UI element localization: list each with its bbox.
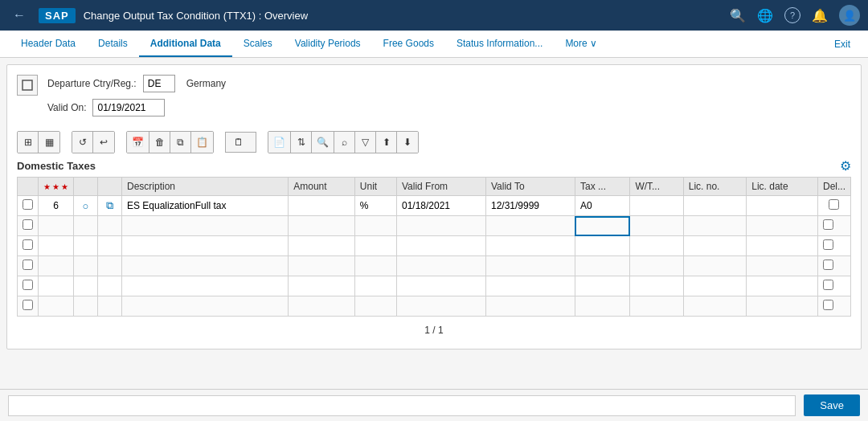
row-square-icon: ⧉ [106,199,113,211]
table-row [18,216,851,236]
table-row [18,236,851,256]
undo-redo-group: ↺ ↩ [72,131,115,153]
col-header-amount: Amount [289,178,355,196]
more-tools-group: 📄 ⇅ 🔍 ⌕ ▽ ⬆ ⬇ [268,131,419,153]
empty-row-del[interactable] [823,280,833,290]
col-header-del: Del... [817,178,850,196]
empty-row-check[interactable] [23,260,33,270]
tab-validity-periods[interactable]: Validity Periods [284,31,372,57]
sort-asc-button[interactable]: ⬆ [376,132,397,153]
doc-button[interactable]: 📄 [268,132,291,153]
col-header-lic-no: Lic. no. [683,178,747,196]
col-header-num: ★ ★ ★ [39,178,74,196]
redo-button[interactable]: ↩ [93,132,114,153]
list-view-button[interactable]: ▦ [39,132,59,153]
empty-row-del[interactable] [823,239,833,250]
col-header-valid-to: Valid To [485,178,575,196]
pagination-text: 1 / 1 [424,325,443,336]
row-valid-to: 12/31/9999 [485,196,575,216]
valid-on-input[interactable] [92,99,165,116]
tab-scales[interactable]: Scales [232,31,284,57]
nav-tabs: Header Data Details Additional Data Scal… [0,31,868,58]
save-button[interactable]: Save [804,394,860,416]
back-button[interactable]: ← [8,6,31,24]
departure-country: Germany [186,78,226,89]
search2-button[interactable]: ⌕ [334,132,355,153]
col-header-valid-from: Valid From [396,178,485,196]
row-num: 6 [39,196,74,216]
exit-button[interactable]: Exit [826,32,858,56]
undo-button[interactable]: ↺ [72,132,93,153]
topbar: ← SAP Change Output Tax Condition (TTX1)… [0,0,868,31]
collapse-button[interactable] [17,75,38,96]
user-avatar[interactable]: 👤 [839,5,860,26]
copy-button[interactable]: ⧉ [170,132,191,153]
valid-on-row: Valid On: [47,99,226,116]
row-icon1[interactable]: ○ [74,196,98,216]
row-circle-icon: ○ [83,200,89,212]
row-description: ES EqualizationFull tax [122,196,289,216]
search-button[interactable]: 🔍 [312,132,334,153]
bell-icon[interactable]: 🔔 [812,8,828,23]
departure-row: Departure Ctry/Reg.: Germany [47,75,226,92]
section-header: Domestic Taxes ⚙ [17,158,851,174]
col-header-icon1 [74,178,98,196]
tab-more[interactable]: More ∨ [554,31,608,57]
empty-row-check[interactable] [23,239,33,250]
grid-view-button[interactable]: ⊞ [18,132,39,153]
main-content: Departure Ctry/Reg.: Germany Valid On: ⊞… [6,64,862,349]
row-checkbox[interactable] [18,196,39,216]
delete-button[interactable]: 🗑 [149,132,170,153]
edit-tools-group: 📅 🗑 ⧉ 📋 [126,131,214,153]
empty-row-check[interactable] [23,280,33,290]
col-header-check [18,178,39,196]
col-header-description: Description [122,178,289,196]
search-icon[interactable]: 🔍 [730,8,746,23]
departure-input[interactable] [143,75,175,92]
table-row: 6 ○ ⧉ ES EqualizationFull tax % 01/18/20… [18,196,851,216]
empty-row-check[interactable] [23,300,33,310]
topbar-icons: 🔍 🌐 ? 🔔 👤 [730,5,860,26]
pagination: 1 / 1 [17,325,851,336]
view-toggle-group: ⊞ ▦ [17,131,60,153]
sort-desc-button[interactable]: ⬇ [397,132,418,153]
select-rule-button[interactable]: 🗒 [225,132,256,153]
tab-details[interactable]: Details [87,31,139,57]
row-amount [289,196,355,216]
toolbar: ⊞ ▦ ↺ ↩ 📅 🗑 ⧉ 📋 🗒 [17,131,851,153]
row-del[interactable] [817,196,850,216]
table-row [18,256,851,276]
table-row [18,276,851,296]
help-icon[interactable]: ? [784,7,800,23]
row-wt [630,196,683,216]
paste-button[interactable]: 📋 [191,132,213,153]
section-title: Domestic Taxes [17,160,96,172]
select-rule-icon: 🗒 [234,137,244,148]
move-button[interactable]: ⇅ [291,132,312,153]
globe-icon[interactable]: 🌐 [757,8,773,23]
empty-row-del[interactable] [823,260,833,270]
row-tax-code: A0 [575,196,629,216]
tab-free-goods[interactable]: Free Goods [372,31,445,57]
settings-icon[interactable]: ⚙ [840,158,851,174]
empty-row-check[interactable] [23,219,33,230]
row-icon2[interactable]: ⧉ [98,196,122,216]
tab-additional-data[interactable]: Additional Data [139,31,232,57]
row-lic-no [683,196,747,216]
page-title: Change Output Tax Condition (TTX1) : Ove… [84,10,722,22]
col-header-icon2 [98,178,122,196]
tab-header-data[interactable]: Header Data [10,31,87,57]
col-header-tax-code: Tax ... [575,178,629,196]
valid-on-label: Valid On: [47,102,86,113]
col-header-lic-date: Lic. date [747,178,818,196]
row-unit: % [354,196,396,216]
filter-button[interactable]: ▽ [355,132,376,153]
empty-row-del[interactable] [823,300,833,310]
selected-cell[interactable] [575,216,629,236]
calendar-button[interactable]: 📅 [127,132,149,153]
table-row [18,296,851,317]
status-input[interactable] [8,395,796,416]
empty-row-del[interactable] [823,219,833,230]
tab-status-information[interactable]: Status Information... [445,31,554,57]
col-header-unit: Unit [354,178,396,196]
